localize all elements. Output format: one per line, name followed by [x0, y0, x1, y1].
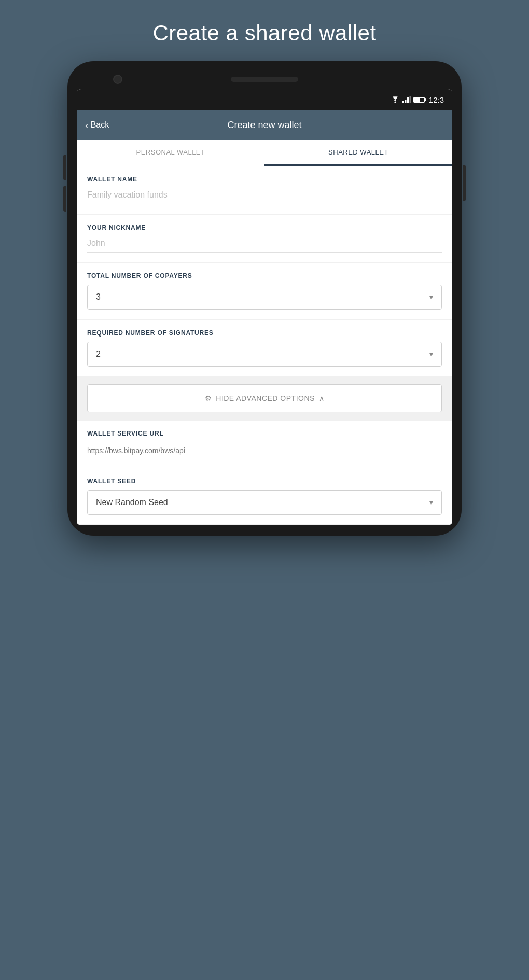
battery-icon [413, 97, 425, 103]
signatures-dropdown[interactable]: 2 ▾ [87, 342, 442, 367]
wallet-seed-section: WALLET SEED New Random Seed ▾ [77, 468, 452, 524]
status-bar: 12:3 [77, 89, 452, 110]
wallet-seed-dropdown[interactable]: New Random Seed ▾ [87, 490, 442, 515]
copayers-label: TOTAL NUMBER OF COPAYERS [87, 272, 442, 279]
back-chevron-icon: ‹ [85, 119, 89, 131]
service-url-input[interactable] [87, 442, 442, 459]
wifi-icon [391, 96, 400, 103]
service-url-label: WALLET SERVICE URL [87, 430, 442, 437]
status-time: 12:3 [429, 95, 444, 104]
header-title: Create new wallet [227, 120, 301, 131]
signatures-label: REQUIRED NUMBER OF SIGNATURES [87, 329, 442, 337]
wallet-seed-value: New Random Seed [96, 498, 168, 507]
copayers-dropdown-arrow-icon: ▾ [429, 293, 433, 301]
page-title: Create a shared wallet [152, 21, 376, 46]
svg-rect-1 [402, 101, 404, 103]
wallet-seed-dropdown-arrow-icon: ▾ [429, 498, 433, 507]
signatures-section: REQUIRED NUMBER OF SIGNATURES 2 ▾ [77, 320, 452, 376]
wallet-name-section: WALLET NAME [77, 166, 452, 214]
tab-bar: PERSONAL WALLET SHARED WALLET [77, 140, 452, 166]
tab-personal[interactable]: PERSONAL WALLET [77, 140, 264, 166]
svg-rect-3 [407, 97, 409, 103]
phone-camera [113, 75, 122, 84]
phone-screen: 12:3 ‹ Back Create new wallet PERSONAL W… [77, 89, 452, 525]
copayers-dropdown[interactable]: 3 ▾ [87, 285, 442, 310]
wallet-name-label: WALLET NAME [87, 176, 442, 183]
signal-icon [402, 96, 411, 103]
gear-icon: ⚙ [205, 394, 212, 402]
nickname-section: YOUR NICKNAME [77, 215, 452, 262]
svg-rect-2 [405, 100, 406, 103]
signatures-value: 2 [96, 349, 101, 359]
chevron-up-icon: ∧ [319, 394, 324, 402]
wallet-name-input[interactable] [87, 188, 442, 204]
nickname-label: YOUR NICKNAME [87, 224, 442, 231]
phone-top [77, 72, 452, 89]
form-content: WALLET NAME YOUR NICKNAME TOTAL NUMBER O… [77, 166, 452, 524]
app-header: ‹ Back Create new wallet [77, 110, 452, 140]
back-label: Back [91, 120, 109, 130]
copayers-section: TOTAL NUMBER OF COPAYERS 3 ▾ [77, 263, 452, 319]
signatures-dropdown-arrow-icon: ▾ [429, 350, 433, 358]
back-button[interactable]: ‹ Back [85, 119, 109, 131]
svg-point-0 [394, 102, 396, 103]
status-icons [391, 96, 425, 103]
tab-shared[interactable]: SHARED WALLET [264, 140, 452, 166]
nickname-input[interactable] [87, 236, 442, 253]
copayers-value: 3 [96, 292, 101, 302]
advanced-options-label: HIDE ADVANCED OPTIONS [216, 394, 315, 402]
service-url-section: WALLET SERVICE URL [77, 421, 452, 468]
hide-advanced-options-button[interactable]: ⚙ HIDE ADVANCED OPTIONS ∧ [87, 384, 442, 412]
wallet-seed-label: WALLET SEED [87, 478, 442, 485]
phone-speaker [231, 77, 298, 82]
phone-frame: 12:3 ‹ Back Create new wallet PERSONAL W… [67, 61, 462, 536]
svg-rect-4 [409, 96, 411, 103]
